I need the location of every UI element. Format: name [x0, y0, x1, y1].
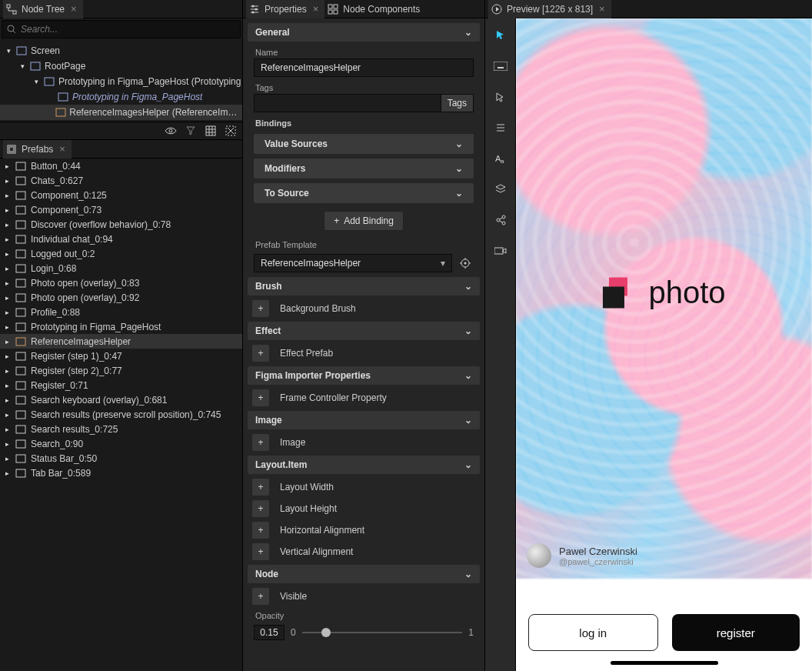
section-modifiers[interactable]: Modifiers⌄ — [254, 159, 474, 179]
prefab-item[interactable]: ▸ Login_0:68 — [0, 261, 242, 275]
visibility-icon[interactable] — [162, 123, 179, 139]
twisty-icon[interactable]: ▸ — [3, 338, 11, 346]
deselect-icon[interactable] — [222, 123, 239, 139]
section-layout-item[interactable]: Layout.Item⌄ — [248, 456, 480, 474]
close-icon[interactable]: × — [599, 3, 605, 15]
tree-item[interactable]: ▾ Prototyping in Figma_PageHost (Prototy… — [0, 74, 242, 89]
tab-node-components[interactable]: Node Components — [324, 0, 426, 18]
twisty-icon[interactable]: ▸ — [3, 382, 11, 389]
list-icon[interactable] — [491, 119, 510, 137]
node-tree-search[interactable] — [2, 20, 241, 38]
property-row[interactable]: +Layout Width — [252, 479, 475, 496]
tree-item[interactable]: Prototyping in Figma_PageHost — [0, 89, 242, 105]
section-figma[interactable]: Figma Importer Properties⌄ — [248, 366, 480, 385]
property-row[interactable]: +Effect Prefab — [252, 345, 475, 362]
twisty-icon[interactable]: ▸ — [3, 367, 11, 375]
prefab-template-select[interactable]: ReferenceImagesHelper ▾ — [254, 254, 452, 272]
plus-icon[interactable]: + — [252, 434, 269, 451]
grid-icon[interactable] — [202, 123, 219, 139]
arrow-icon[interactable] — [491, 88, 510, 106]
prefab-item[interactable]: ▸ Register (step 2)_0:77 — [0, 363, 242, 378]
property-row[interactable]: +Background Brush — [252, 300, 475, 317]
filter-icon[interactable] — [182, 123, 199, 139]
prefab-item[interactable]: ▸ Discover (overflow behavior)_0:78 — [0, 217, 242, 232]
prefab-item[interactable]: ▸ Register (step 1)_0:47 — [0, 349, 242, 363]
property-row[interactable]: +Layout Height — [252, 500, 475, 517]
twisty-icon[interactable]: ▸ — [3, 206, 11, 214]
plus-icon[interactable]: + — [252, 588, 269, 605]
twisty-icon[interactable]: ▸ — [3, 279, 11, 287]
property-row[interactable]: +Vertical Alignment — [252, 543, 475, 560]
keyboard-icon[interactable] — [491, 57, 510, 75]
twisty-icon[interactable]: ▸ — [3, 309, 11, 316]
twisty-icon[interactable]: ▸ — [3, 323, 11, 331]
tab-preview[interactable]: Preview [1226 x 813] × — [488, 0, 611, 18]
search-input[interactable] — [21, 24, 235, 35]
plus-icon[interactable]: + — [252, 345, 269, 362]
prefab-item[interactable]: ▸ Status Bar_0:50 — [0, 451, 242, 466]
twisty-icon[interactable]: ▸ — [3, 426, 11, 433]
close-icon[interactable]: × — [313, 3, 319, 15]
prefab-item[interactable]: ▸ Chats_0:627 — [0, 173, 242, 188]
twisty-icon[interactable]: ▾ — [32, 78, 40, 85]
twisty-icon[interactable]: ▸ — [3, 162, 11, 170]
twisty-icon[interactable]: ▾ — [5, 47, 12, 55]
pointer-icon[interactable] — [491, 26, 510, 45]
prefab-item[interactable]: ▸ Search keyboard (overlay)_0:681 — [0, 392, 242, 407]
property-row[interactable]: +Frame Controller Property — [252, 389, 475, 406]
plus-icon[interactable]: + — [252, 300, 269, 317]
twisty-icon[interactable]: ▸ — [3, 177, 11, 185]
twisty-icon[interactable]: ▸ — [3, 235, 11, 243]
plus-icon[interactable]: + — [252, 500, 269, 517]
prefab-item[interactable]: ▸ Button_0:44 — [0, 159, 242, 173]
plus-icon[interactable]: + — [252, 389, 269, 406]
prefab-item[interactable]: ▸ Component_0:125 — [0, 188, 242, 202]
property-row[interactable]: +Image — [252, 434, 475, 451]
twisty-icon[interactable]: ▸ — [3, 411, 11, 419]
text-style-icon[interactable]: Aa — [491, 149, 510, 168]
prefab-item[interactable]: ▸ Photo open (overlay)_0:83 — [0, 275, 242, 290]
close-icon[interactable]: × — [71, 3, 77, 15]
property-row[interactable]: +Horizontal Alignment — [252, 522, 475, 539]
camera-icon[interactable] — [491, 242, 510, 260]
prefab-item[interactable]: ▸ ReferenceImagesHelper — [0, 334, 242, 349]
tree-item[interactable]: ▾ RootPage — [0, 58, 242, 74]
locate-icon[interactable] — [457, 255, 474, 271]
name-input[interactable] — [254, 58, 474, 77]
twisty-icon[interactable]: ▸ — [3, 396, 11, 404]
tags-input[interactable] — [254, 94, 441, 112]
twisty-icon[interactable]: ▸ — [3, 440, 11, 448]
close-icon[interactable]: × — [59, 143, 65, 155]
plus-icon[interactable]: + — [252, 522, 269, 539]
tags-button[interactable]: Tags — [441, 94, 474, 112]
twisty-icon[interactable]: ▸ — [3, 455, 11, 462]
twisty-icon[interactable]: ▸ — [3, 250, 11, 258]
prefab-item[interactable]: ▸ Search results_0:725 — [0, 422, 242, 436]
plus-icon[interactable]: + — [252, 479, 269, 496]
tab-properties[interactable]: Properties × — [246, 0, 324, 18]
section-image[interactable]: Image⌄ — [248, 411, 480, 429]
register-button[interactable]: register — [672, 614, 800, 651]
tree-item[interactable]: ReferenceImagesHelper (ReferenceImagesHe… — [0, 105, 242, 120]
section-value-sources[interactable]: Value Sources⌄ — [254, 134, 474, 154]
property-visible[interactable]: +Visible — [252, 588, 475, 605]
prefab-item[interactable]: ▸ Photo open (overlay)_0:92 — [0, 290, 242, 305]
prefab-item[interactable]: ▸ Register_0:71 — [0, 378, 242, 392]
tab-node-tree[interactable]: Node Tree × — [3, 0, 83, 18]
prefab-item[interactable]: ▸ Search results (preserve scroll positi… — [0, 407, 242, 422]
prefab-item[interactable]: ▸ Prototyping in Figma_PageHost — [0, 319, 242, 334]
tree-item[interactable]: ▾ Screen — [0, 43, 242, 58]
plus-icon[interactable]: + — [252, 543, 269, 560]
add-binding-button[interactable]: +Add Binding — [324, 211, 404, 231]
section-brush[interactable]: Brush⌄ — [248, 277, 480, 295]
twisty-icon[interactable]: ▸ — [3, 265, 11, 272]
twisty-icon[interactable]: ▸ — [3, 221, 11, 229]
opacity-value[interactable] — [254, 625, 285, 640]
twisty-icon[interactable]: ▸ — [3, 192, 11, 199]
prefab-item[interactable]: ▸ Individual chat_0:94 — [0, 232, 242, 246]
twisty-icon[interactable]: ▸ — [3, 294, 11, 302]
twisty-icon[interactable]: ▸ — [3, 352, 11, 360]
opacity-slider[interactable] — [302, 626, 463, 639]
twisty-icon[interactable]: ▾ — [18, 62, 26, 70]
prefab-item[interactable]: ▸ Component_0:73 — [0, 202, 242, 217]
